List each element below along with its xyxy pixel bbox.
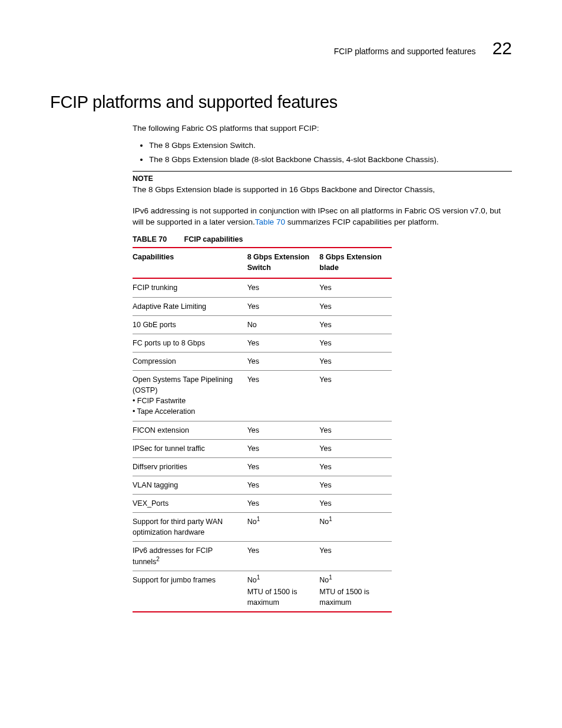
table-cell: Yes: [319, 371, 392, 421]
content-body: The following Fabric OS platforms that s…: [133, 123, 512, 613]
table-cell: Support for jumbo frames: [133, 571, 247, 612]
table-cell: Yes: [319, 439, 392, 457]
table-row: 10 GbE portsNoYes: [133, 315, 392, 334]
table-cell: Yes: [319, 495, 392, 513]
table-cell: 10 GbE ports: [133, 315, 247, 334]
table-row: Diffserv prioritiesYesYes: [133, 457, 392, 476]
chapter-number: 22: [492, 35, 512, 61]
table-cell: Yes: [247, 352, 320, 370]
table-row: VEX_PortsYesYes: [133, 495, 392, 513]
table-cell: No1MTU of 1500 is maximum: [319, 571, 392, 612]
table-cell: No1: [247, 513, 320, 542]
table-cell: No1: [319, 513, 392, 542]
note-label: NOTE: [133, 173, 512, 184]
table-caption: TABLE 70 FCIP capabilities: [133, 234, 512, 245]
table-header: Capabilities: [133, 248, 247, 278]
table-cell: Yes: [247, 334, 320, 352]
table-row: FCIP trunkingYesYes: [133, 278, 392, 297]
table-cell: Yes: [247, 439, 320, 457]
table-row: FICON extensionYesYes: [133, 421, 392, 439]
table-cell: Support for third party WAN optimization…: [133, 513, 247, 542]
table-cell: Yes: [319, 542, 392, 571]
table-row: IPSec for tunnel trafficYesYes: [133, 439, 392, 457]
table-cell: Yes: [247, 371, 320, 421]
table-cell: Compression: [133, 352, 247, 370]
list-item: The 8 Gbps Extension blade (8-slot Backb…: [149, 154, 512, 166]
table-cell: Diffserv priorities: [133, 457, 247, 476]
page-header: FCIP platforms and supported features 22: [50, 35, 512, 61]
table-cell: IPv6 addresses for FCIP tunnels2: [133, 542, 247, 571]
table-row: Support for jumbo framesNo1MTU of 1500 i…: [133, 571, 392, 612]
table-header: 8 Gbps Extension Switch: [247, 248, 320, 278]
table-cell: Yes: [247, 476, 320, 494]
table-row: Adaptive Rate LimitingYesYes: [133, 297, 392, 315]
note-body: The 8 Gbps Extension blade is supported …: [133, 184, 512, 196]
table-cell: IPSec for tunnel traffic: [133, 439, 247, 457]
para-post: summarizes FCIP capabilities per platfor…: [285, 218, 439, 226]
table-cell: Yes: [319, 315, 392, 334]
table-cell: Open Systems Tape Pipelining (OSTP)• FCI…: [133, 371, 247, 421]
table-row: Support for third party WAN optimization…: [133, 513, 392, 542]
table-cell: Yes: [319, 476, 392, 494]
table-cell: Yes: [319, 278, 392, 297]
table-cell: Yes: [247, 421, 320, 439]
table-reference-link[interactable]: Table 70: [255, 218, 285, 226]
table-cell: FC ports up to 8 Gbps: [133, 334, 247, 352]
table-cell: VEX_Ports: [133, 495, 247, 513]
table-row: VLAN taggingYesYes: [133, 476, 392, 494]
capabilities-table: Capabilities 8 Gbps Extension Switch 8 G…: [133, 247, 392, 612]
table-cell: Yes: [247, 278, 320, 297]
table-row: Open Systems Tape Pipelining (OSTP)• FCI…: [133, 371, 392, 421]
table-cell: FCIP trunking: [133, 278, 247, 297]
table-row: FC ports up to 8 GbpsYesYes: [133, 334, 392, 352]
table-cell: Yes: [319, 297, 392, 315]
table-cell: VLAN tagging: [133, 476, 247, 494]
table-cell: Adaptive Rate Limiting: [133, 297, 247, 315]
table-cell: Yes: [319, 421, 392, 439]
table-cell: No: [247, 315, 320, 334]
page-title: FCIP platforms and supported features: [50, 90, 512, 114]
platform-list: The 8 Gbps Extension Switch. The 8 Gbps …: [133, 140, 512, 165]
list-item: The 8 Gbps Extension Switch.: [149, 140, 512, 151]
table-caption-number: TABLE 70: [133, 235, 167, 243]
intro-paragraph: The following Fabric OS platforms that s…: [133, 123, 512, 134]
table-cell: FICON extension: [133, 421, 247, 439]
summary-paragraph: IPv6 addressing is not supported in conj…: [133, 205, 512, 228]
note-block: NOTE The 8 Gbps Extension blade is suppo…: [133, 171, 512, 196]
table-cell: Yes: [319, 334, 392, 352]
table-row: CompressionYesYes: [133, 352, 392, 370]
table-cell: Yes: [247, 457, 320, 476]
table-cell: Yes: [247, 495, 320, 513]
table-cell: Yes: [319, 352, 392, 370]
table-cell: Yes: [247, 542, 320, 571]
table-cell: Yes: [319, 457, 392, 476]
table-header: 8 Gbps Extension blade: [319, 248, 392, 278]
table-caption-text: FCIP capabilities: [184, 235, 243, 243]
table-cell: Yes: [247, 297, 320, 315]
table-row: IPv6 addresses for FCIP tunnels2YesYes: [133, 542, 392, 571]
table-cell: No1MTU of 1500 is maximum: [247, 571, 320, 612]
header-title: FCIP platforms and supported features: [334, 45, 476, 57]
